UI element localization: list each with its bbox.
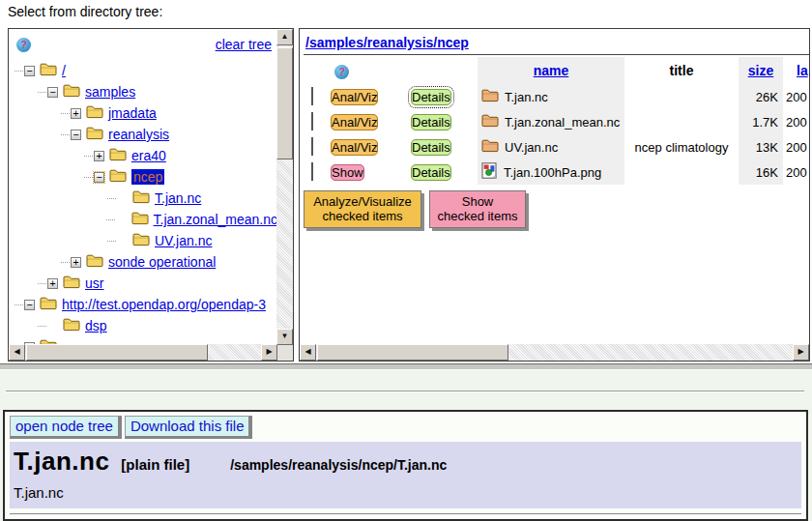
anal-viz-button[interactable]: Anal/Viz (331, 114, 378, 130)
tree-indent (11, 262, 61, 263)
image-file-icon (481, 162, 498, 183)
tree-node-link[interactable]: usr (85, 275, 103, 291)
row-checkbox[interactable] (311, 87, 313, 105)
file-description: T.jan.nc (14, 484, 798, 501)
folder-icon (63, 83, 80, 101)
clear-tree-link[interactable]: clear tree (216, 37, 272, 52)
anal-viz-button[interactable]: Anal/Viz (331, 89, 378, 105)
tree-expand-icon[interactable]: + (47, 278, 58, 289)
tree-node-link[interactable]: ncep (131, 169, 164, 185)
tree-node-link[interactable]: http://test.opendap.org/opendap-3 (62, 297, 266, 312)
file-summary-block: T.jan.nc[plain file]/samples/reanalysis/… (10, 442, 801, 508)
listing-row: Anal/VizDetailsUV.jan.ncncep climatology… (304, 134, 809, 159)
tree-connector (14, 304, 23, 305)
download-file-button[interactable]: Download this file (125, 416, 253, 439)
tree-collapse-icon[interactable]: − (24, 300, 35, 310)
tree-node-link[interactable]: T.jan.nc (155, 190, 201, 206)
show-button-line1: Show (430, 194, 525, 209)
tree-node-link[interactable]: sonde operational (108, 254, 216, 270)
listing-row: ShowDetailsT.jan.100hPa.png16K200 (304, 159, 809, 185)
tree-collapse-icon[interactable]: − (24, 66, 35, 76)
action-cell: Anal/Viz (329, 88, 404, 106)
row-checkbox[interactable] (311, 162, 313, 181)
help-icon[interactable]: ? (334, 65, 349, 79)
scroll-left-icon[interactable]: ◀ (300, 344, 316, 361)
column-header-last-modified[interactable]: la (783, 63, 809, 78)
tree-expand-icon[interactable]: + (71, 257, 81, 268)
anal-viz-button[interactable]: Anal/Viz (331, 139, 378, 156)
tree-node: −http://test.opendap.org/opendap-3 (11, 294, 277, 315)
scroll-up-icon[interactable]: ▲ (276, 29, 293, 45)
row-checkbox[interactable] (311, 112, 313, 130)
column-header-size[interactable]: size (739, 57, 783, 84)
details-cell: Details (404, 88, 478, 106)
folder-icon (109, 168, 127, 187)
analyze-visualize-checked-button[interactable]: Analyze/Visualize checked items (304, 190, 421, 228)
current-path-link[interactable]: /samples/reanalysis/ncep (305, 35, 469, 50)
detail-divider (10, 513, 801, 515)
show-checked-button[interactable]: Show checked items (429, 190, 526, 228)
folder-icon (109, 147, 127, 165)
tree-connector (61, 113, 70, 114)
scroll-down-icon[interactable]: ▼ (276, 329, 293, 345)
tree-vertical-scrollbar[interactable]: ▲ ▼ (276, 29, 293, 345)
folder-icon (63, 275, 80, 293)
tree-horizontal-scrollbar[interactable]: ◀ ▶ (9, 344, 277, 361)
checkbox-cell (304, 138, 329, 156)
folder-icon (63, 317, 80, 335)
folder-icon (481, 113, 499, 131)
tree-indent (11, 326, 38, 327)
tree-node-link[interactable]: / (62, 63, 66, 78)
listing-row: Anal/VizDetailsT.jan.zonal_mean.nc1.7K20… (304, 109, 809, 134)
tree-node-link[interactable]: jmadata (108, 105, 157, 121)
file-kind-label: [plain file] (121, 456, 189, 473)
show-button[interactable]: Show (331, 164, 364, 181)
file-size: 13K (739, 134, 783, 159)
name-cell: T.jan.zonal_mean.nc (478, 109, 624, 134)
file-detail-panel: open node treeDownload this file T.jan.n… (3, 410, 808, 521)
tree-indent (11, 92, 38, 93)
tree-node-link[interactable]: dsp (85, 318, 107, 333)
details-button[interactable]: Details (411, 89, 451, 105)
frameset-divider[interactable] (0, 363, 812, 370)
tree-hscroll-thumb[interactable] (26, 344, 208, 361)
tree-node-link[interactable]: era40 (131, 148, 166, 163)
details-button[interactable]: Details (411, 114, 451, 130)
row-checkbox[interactable] (311, 137, 313, 156)
details-button[interactable]: Details (411, 164, 451, 181)
folder-icon (86, 104, 103, 123)
tree-expand-icon[interactable]: + (94, 151, 104, 161)
tree-node: +jmadata (11, 102, 277, 124)
folder-icon (481, 88, 499, 106)
scroll-right-icon[interactable]: ▶ (793, 344, 809, 361)
tree-node-link[interactable]: samples (85, 84, 135, 100)
file-title: ncep climatology (624, 140, 739, 155)
folder-icon (40, 62, 57, 80)
scroll-left-icon[interactable]: ◀ (9, 344, 25, 361)
tree-vscroll-thumb[interactable] (276, 47, 293, 159)
tree-node: +usr (11, 273, 277, 294)
page-title: Select from directory tree: (8, 4, 162, 19)
name-cell: T.jan.100hPa.png (478, 159, 624, 185)
tree-connector (107, 241, 116, 242)
tree-indent (11, 219, 106, 220)
tree-node: T.jan.zonal_mean.nc (11, 209, 277, 230)
details-button[interactable]: Details (411, 139, 451, 156)
scroll-right-icon[interactable]: ▶ (261, 344, 277, 361)
tree-node-link[interactable]: reanalysis (108, 127, 169, 142)
column-header-name[interactable]: name (478, 57, 624, 84)
file-path: /samples/reanalysis/ncep/T.jan.nc (230, 457, 447, 473)
listing-hscroll-thumb[interactable] (317, 344, 508, 361)
checkbox-cell (304, 88, 329, 105)
tree-collapse-icon[interactable]: − (71, 130, 81, 140)
tree-node-link[interactable]: T.jan.zonal_mean.nc (154, 212, 277, 227)
tree-collapse-icon[interactable]: − (94, 172, 104, 183)
help-icon[interactable]: ? (16, 38, 31, 52)
listing-horizontal-scrollbar[interactable]: ◀ ▶ (300, 344, 809, 361)
tree-node: dsp (11, 315, 277, 336)
tree-collapse-icon[interactable]: − (47, 87, 58, 98)
open-node-tree-button[interactable]: open node tree (10, 416, 122, 439)
tree-expand-icon[interactable]: + (71, 108, 81, 119)
tree-node-link[interactable]: UV.jan.nc (155, 233, 212, 248)
listing-header-row: ? name title size la (304, 57, 809, 84)
